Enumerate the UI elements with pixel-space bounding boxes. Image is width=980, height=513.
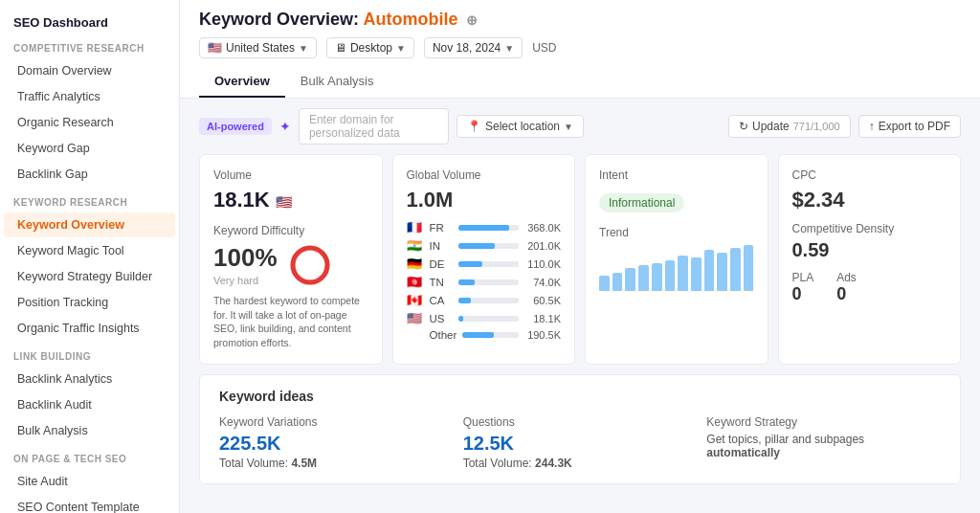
sidebar-item-domain-overview[interactable]: Domain Overview: [4, 58, 175, 83]
sparkle-icon: ✦: [279, 119, 291, 134]
country-flag: 🇺🇸: [407, 311, 424, 325]
country-rows: 🇫🇷 FR 368.0K 🇮🇳 IN 201.0K 🇩🇪 DE 110.0K 🇹…: [407, 220, 562, 341]
questions-item: Questions 12.5K Total Volume: 244.3K: [463, 415, 698, 470]
page-title: Keyword Overview: Automobile ⊕: [199, 10, 961, 30]
sidebar-item-backlink-analytics[interactable]: Backlink Analytics: [4, 367, 175, 391]
cpc-card: CPC $2.34 Competitive Density 0.59 PLA 0…: [778, 154, 962, 365]
country-code: IN: [430, 240, 453, 252]
sidebar-item-traffic-analytics[interactable]: Traffic Analytics: [4, 84, 175, 109]
kd-ring-wrap: 100% Very hard: [213, 243, 368, 286]
update-button[interactable]: ↻ Update 771/1,000: [728, 115, 851, 138]
country-value: 368.0K: [524, 222, 561, 234]
kd-value: 100%: [213, 243, 278, 273]
sidebar-item-backlink-audit[interactable]: Backlink Audit: [4, 392, 175, 417]
country-code: FR: [430, 222, 453, 234]
country-bar: [458, 316, 463, 322]
country-row-in: 🇮🇳 IN 201.0K: [407, 238, 562, 253]
meta-row: 🇺🇸 United States ▼ 🖥 Desktop ▼ Nov 18, 2…: [199, 37, 961, 58]
country-flag: 🇮🇳: [407, 238, 424, 253]
sidebar-item-keyword-overview[interactable]: Keyword Overview: [4, 212, 175, 237]
location-label: United States: [226, 41, 295, 55]
sidebar-item-keyword-gap[interactable]: Keyword Gap: [4, 136, 175, 161]
date-button[interactable]: Nov 18, 2024 ▼: [424, 37, 523, 58]
cpc-label: CPC: [792, 168, 947, 182]
country-row-ca: 🇨🇦 CA 60.5K: [407, 293, 562, 307]
country-bar-wrap: [458, 279, 520, 285]
sidebar-item-organic-traffic-insights[interactable]: Organic Traffic Insights: [4, 316, 175, 341]
location-select-label: Select location: [485, 120, 560, 133]
variations-count[interactable]: 225.5K: [219, 433, 454, 455]
country-value: 190.5K: [524, 329, 561, 341]
trend-bar-7: [691, 257, 702, 291]
country-row-tn: 🇹🇳 TN 74.0K: [407, 275, 562, 289]
global-volume-value: 1.0M: [407, 188, 562, 212]
country-value: 60.5K: [524, 295, 561, 306]
tab-bulk-analysis[interactable]: Bulk Analysis: [285, 66, 390, 98]
sidebar-item-organic-research[interactable]: Organic Research: [4, 110, 175, 135]
country-bar: [458, 279, 476, 285]
sidebar-item-keyword-strategy-builder[interactable]: Keyword Strategy Builder: [4, 264, 175, 289]
location-button[interactable]: 🇺🇸 United States ▼: [199, 37, 317, 58]
country-value: 110.0K: [524, 258, 561, 270]
country-bar: [458, 243, 495, 249]
kd-value-wrap: 100% Very hard: [213, 243, 278, 286]
trend-bar-2: [625, 268, 635, 291]
svg-point-1: [293, 248, 327, 282]
sidebar-section-label: LINK BUILDING: [0, 342, 179, 366]
variations-item: Keyword Variations 225.5K Total Volume: …: [219, 415, 454, 470]
sidebar-item-keyword-magic-tool[interactable]: Keyword Magic Tool: [4, 238, 175, 263]
cpc-value: $2.34: [792, 188, 947, 212]
export-button[interactable]: ↑ Export to PDF: [858, 115, 961, 138]
keyword-name: Automobile: [363, 10, 457, 29]
country-bar-wrap: [458, 316, 520, 322]
domain-input[interactable]: Enter domain for personalized data: [299, 108, 449, 145]
country-flag: 🇨🇦: [407, 293, 424, 307]
ads-item: Ads 0: [836, 271, 857, 304]
kd-description: The hardest keyword to compete for. It w…: [213, 294, 368, 350]
country-row-us: 🇺🇸 US 18.1K: [407, 311, 562, 325]
export-icon: ↑: [869, 120, 875, 133]
trend-bar-5: [665, 260, 676, 291]
kd-section: Keyword Difficulty 100% Very hard The ha…: [213, 224, 368, 350]
trend-bars: [599, 245, 754, 291]
sidebar-item-site-audit[interactable]: Site Audit: [4, 469, 175, 494]
sidebar-section-label: COMPETITIVE RESEARCH: [0, 33, 179, 57]
location-chevron: ▼: [299, 43, 308, 54]
ideas-grid: Keyword Variations 225.5K Total Volume: …: [219, 415, 941, 470]
sidebar-item-bulk-analysis[interactable]: Bulk Analysis: [4, 418, 175, 443]
country-code: Other: [430, 329, 457, 341]
trend-bar-8: [704, 250, 715, 291]
date-chevron: ▼: [504, 43, 514, 54]
keyword-ideas-card: Keyword ideas Keyword Variations 225.5K …: [199, 374, 961, 484]
country-flag: 🇹🇳: [407, 275, 424, 289]
country-row-de: 🇩🇪 DE 110.0K: [407, 256, 562, 271]
date-label: Nov 18, 2024: [433, 41, 501, 55]
trend-bar-6: [678, 256, 688, 291]
trend-bar-10: [730, 248, 741, 291]
trend-label: Trend: [599, 226, 754, 239]
device-button[interactable]: 🖥 Desktop ▼: [326, 37, 414, 58]
update-count: 771/1,000: [793, 121, 840, 132]
variations-label: Keyword Variations: [219, 415, 454, 429]
domain-placeholder: Enter domain for personalized data: [309, 113, 438, 140]
tab-overview[interactable]: Overview: [199, 66, 285, 98]
sidebar-item-backlink-gap[interactable]: Backlink Gap: [4, 162, 175, 187]
sidebar-item-position-tracking[interactable]: Position Tracking: [4, 290, 175, 315]
export-label: Export to PDF: [879, 120, 950, 133]
global-volume-card: Global Volume 1.0M 🇫🇷 FR 368.0K 🇮🇳 IN 20…: [392, 154, 576, 365]
strategy-label: Keyword Strategy: [706, 415, 941, 429]
trend-bar-1: [612, 273, 623, 291]
country-bar: [458, 225, 510, 231]
device-label: Desktop: [350, 41, 392, 55]
kd-label: Keyword Difficulty: [213, 224, 368, 237]
country-bar-wrap: [458, 243, 520, 249]
country-code: CA: [430, 295, 453, 306]
add-keyword-icon[interactable]: ⊕: [466, 12, 478, 28]
country-bar: [458, 261, 482, 267]
trend-bar-0: [599, 276, 610, 291]
questions-count[interactable]: 12.5K: [463, 433, 698, 455]
main-content: Keyword Overview: Automobile ⊕ 🇺🇸 United…: [180, 0, 980, 513]
strategy-item: Keyword Strategy Get topics, pillar and …: [706, 415, 941, 470]
sidebar-item-seo-content-template[interactable]: SEO Content Template: [4, 495, 175, 513]
location-select[interactable]: 📍 Select location ▼: [457, 115, 584, 138]
